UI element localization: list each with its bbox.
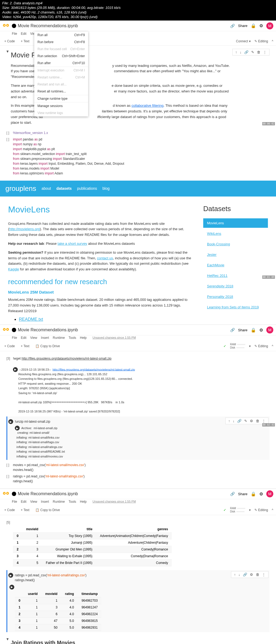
ram-disk-indicator[interactable]: RAM Disk: [230, 343, 245, 349]
change-runtime[interactable]: Change runtime type: [34, 95, 88, 102]
run-icon[interactable]: ▶: [8, 419, 13, 424]
ram-disk-indicator[interactable]: RAM Disk: [230, 507, 245, 513]
cell-edit-icon[interactable]: ✎: [251, 50, 254, 54]
menu-insert[interactable]: Insert: [41, 500, 49, 504]
movies-read-cell[interactable]: [ ] movies = pd.read_csv('ml-latest-smal…: [6, 463, 270, 472]
share-button[interactable]: Share: [238, 328, 247, 332]
move-up-icon[interactable]: ↑: [228, 419, 230, 423]
ratings-read-cell[interactable]: [ ] ratings = pd.read_csv('ml-latest-sma…: [6, 474, 270, 484]
unsaved-changes[interactable]: Unsaved changes since 1:55 PM: [92, 500, 136, 504]
run-all[interactable]: Run allCtrl+F9: [34, 32, 88, 39]
menu-file[interactable]: File: [12, 500, 17, 504]
run-icon[interactable]: ▶: [8, 573, 13, 578]
run-after[interactable]: Run afterCtrl+F10: [34, 60, 88, 67]
unsaved-changes[interactable]: Unsaved changes since 1:55 PM: [92, 336, 136, 340]
menu-file[interactable]: File: [12, 336, 17, 340]
run-selection[interactable]: Run selectionCtrl+Shift+Enter: [34, 53, 88, 60]
menu-runtime[interactable]: Runtime: [53, 500, 65, 504]
gear-icon[interactable]: ⚙: [259, 328, 263, 333]
editing-mode[interactable]: ✎ Editing: [254, 39, 268, 43]
share-button[interactable]: Share: [238, 492, 247, 496]
run-icon[interactable]: ▶: [13, 367, 18, 372]
expand-caret-icon[interactable]: ▾: [6, 636, 9, 644]
output-icon[interactable]: ▶: [15, 426, 20, 431]
copy-to-drive-button[interactable]: 📋 Copy to Drive: [34, 344, 61, 349]
link-icon[interactable]: 🔗: [230, 492, 235, 496]
editing-mode[interactable]: ✎ Editing: [254, 508, 268, 512]
grouplens-logo[interactable]: grouplens: [5, 184, 36, 193]
reset-all[interactable]: Reset all runtimes...: [34, 88, 88, 95]
share-button[interactable]: Share: [238, 24, 247, 28]
cell-gear-icon[interactable]: ⚙: [250, 419, 253, 423]
wget-cell[interactable]: [3] !wget http://files.grouplens.org/dat…: [6, 356, 270, 361]
side-wikilens[interactable]: WikiLens: [203, 229, 268, 238]
move-up-icon[interactable]: ↑: [235, 50, 237, 54]
lock-icon[interactable]: 🔒: [251, 328, 256, 333]
avatar[interactable]: M: [266, 22, 273, 29]
cell-more-icon[interactable]: ⋮: [262, 573, 265, 577]
menu-tools[interactable]: Tools: [69, 336, 76, 340]
add-code-button[interactable]: + Code: [3, 39, 16, 44]
collapse-icon[interactable]: ^: [272, 39, 273, 43]
menu-insert[interactable]: Insert: [41, 336, 49, 340]
notebook-title[interactable]: Movie Recommendations.ipynb: [18, 491, 230, 496]
side-hetrec[interactable]: HetRec 2011: [203, 271, 268, 280]
connect-button[interactable]: Connect ▾: [236, 39, 251, 43]
side-movielens[interactable]: MovieLens: [203, 218, 268, 228]
menu-help[interactable]: Help: [80, 336, 87, 340]
survey-link[interactable]: take a short survey: [58, 242, 87, 246]
copy-to-drive-button[interactable]: 📋 Copy to Drive: [34, 508, 61, 512]
collapse-icon[interactable]: ^: [272, 508, 273, 512]
readme-link[interactable]: README.txt: [19, 317, 43, 322]
cell-delete-icon[interactable]: 🗑: [256, 573, 259, 577]
cell-link-icon[interactable]: 🔗: [243, 573, 247, 577]
side-personality[interactable]: Personality 2018: [203, 292, 268, 301]
menu-file[interactable]: File: [12, 32, 17, 36]
code-cell-imports[interactable]: [ ] import pandas as pdimport numpy as n…: [6, 137, 270, 176]
menu-edit[interactable]: Edit: [21, 336, 26, 340]
unzip-cell[interactable]: ▶ !unzip ml-latest-small.zip: [8, 419, 225, 424]
add-code-button[interactable]: + Code: [3, 344, 16, 349]
avatar[interactable]: M: [266, 326, 273, 333]
menu-view[interactable]: View: [30, 336, 37, 340]
side-book-crossing[interactable]: Book-Crossing: [203, 239, 268, 249]
menu-help[interactable]: Help: [80, 500, 87, 504]
menu-tools[interactable]: Tools: [69, 500, 76, 504]
link-icon[interactable]: 🔗: [230, 328, 235, 332]
menu-edit[interactable]: Edit: [21, 32, 26, 36]
link-icon[interactable]: 🔗: [230, 24, 235, 28]
nav-datasets[interactable]: datasets: [56, 186, 72, 191]
add-code-button[interactable]: + Code: [3, 508, 16, 512]
cell-delete-icon[interactable]: 🗑: [257, 50, 260, 54]
expand-caret-icon[interactable]: ▾: [6, 49, 9, 129]
cell-delete-icon[interactable]: 🗑: [256, 419, 259, 423]
avatar[interactable]: M: [266, 490, 273, 497]
side-eachmovie[interactable]: EachMovie: [203, 260, 268, 270]
menu-runtime[interactable]: Runtime: [53, 336, 65, 340]
collapse-icon[interactable]: ^: [272, 344, 273, 348]
add-text-button[interactable]: + Text: [19, 508, 31, 512]
output-icon[interactable]: ▶: [9, 585, 14, 590]
notebook-title[interactable]: Movie Recommendations.ipynb: [18, 23, 230, 28]
side-jester[interactable]: Jester: [203, 250, 268, 259]
move-down-icon[interactable]: ↓: [233, 419, 235, 423]
run-before[interactable]: Run beforeCtrl+F8: [34, 39, 88, 46]
notebook-title[interactable]: Movie Recommendations.ipynb: [18, 328, 230, 332]
cell-comment-icon[interactable]: ✎: [244, 419, 247, 423]
cell-more-icon[interactable]: ⋮: [263, 50, 267, 54]
menu-edit[interactable]: Edit: [21, 500, 26, 504]
lock-icon[interactable]: 🔒: [251, 23, 256, 28]
cell-link-icon[interactable]: 🔗: [237, 419, 242, 423]
movielens-org-link[interactable]: http://movielens.org: [9, 227, 40, 231]
manage-sessions[interactable]: Manage sessions: [34, 102, 88, 109]
side-serendipity[interactable]: Serendipity 2018: [203, 281, 268, 291]
nav-blog[interactable]: blog: [102, 186, 109, 191]
nav-publications[interactable]: publications: [77, 186, 97, 191]
side-learning-sets[interactable]: Learning from Sets of Items 2019: [203, 302, 268, 312]
nav-about[interactable]: about: [42, 186, 51, 191]
move-down-icon[interactable]: ↓: [239, 573, 240, 577]
add-text-button[interactable]: + Text: [19, 344, 31, 349]
editing-mode[interactable]: ✎ Editing: [254, 344, 268, 348]
code-cell-magic[interactable]: [ ] %tensorflow_version 1.x: [6, 130, 270, 135]
cell-gear-icon[interactable]: ⚙: [250, 573, 253, 577]
